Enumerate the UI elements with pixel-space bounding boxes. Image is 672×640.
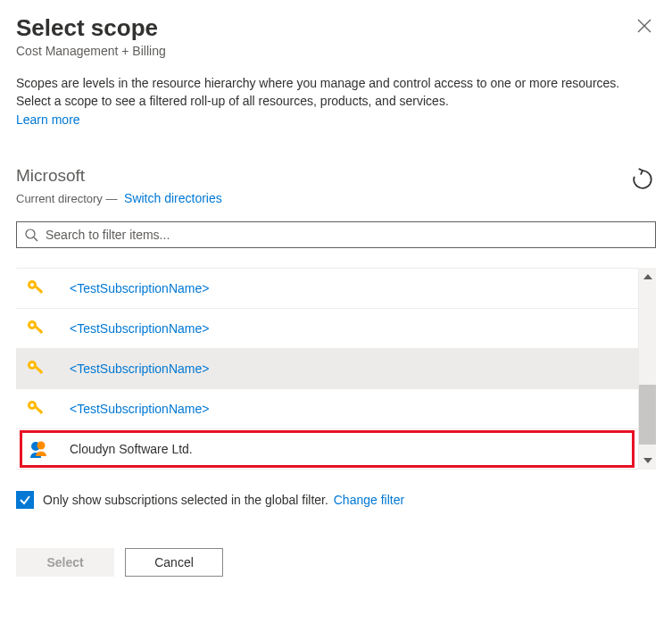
directory-name: Microsoft — [16, 166, 222, 186]
list-item[interactable]: <TestSubscriptionName> — [16, 309, 638, 349]
key-icon — [25, 398, 46, 420]
chevron-down-icon — [643, 458, 652, 463]
item-icon-slot — [25, 318, 70, 339]
key-icon — [25, 358, 46, 379]
learn-more-link[interactable]: Learn more — [16, 112, 80, 127]
key-icon — [25, 318, 46, 339]
scroll-up-button[interactable] — [639, 268, 656, 286]
svg-marker-20 — [643, 274, 652, 279]
svg-point-15 — [30, 403, 34, 407]
refresh-button[interactable] — [629, 166, 656, 195]
list-item[interactable]: Cloudyn Software Ltd. — [16, 429, 638, 470]
svg-line-1 — [34, 237, 37, 241]
checkmark-icon — [19, 494, 31, 506]
cancel-button[interactable]: Cancel — [125, 548, 223, 577]
change-filter-link[interactable]: Change filter — [334, 493, 404, 507]
chevron-up-icon — [643, 274, 652, 279]
svg-point-0 — [26, 229, 35, 238]
search-input[interactable] — [46, 228, 648, 242]
organization-icon — [25, 438, 48, 460]
search-input-container[interactable] — [16, 221, 656, 248]
list-item[interactable]: <TestSubscriptionName> — [16, 269, 638, 309]
item-label: <TestSubscriptionName> — [70, 362, 209, 376]
key-icon — [25, 278, 46, 299]
item-icon-slot — [25, 438, 70, 460]
list-item[interactable]: <TestSubscriptionName> — [16, 349, 638, 389]
panel-title: Select scope — [16, 14, 166, 42]
scrollbar-track[interactable] — [639, 286, 656, 452]
search-icon — [24, 228, 38, 242]
scrollbar[interactable] — [638, 268, 656, 470]
item-label: <TestSubscriptionName> — [70, 281, 209, 295]
scroll-down-button[interactable] — [639, 452, 656, 470]
scope-list: <TestSubscriptionName><TestSubscriptionN… — [16, 268, 638, 470]
item-label: <TestSubscriptionName> — [70, 402, 209, 416]
current-directory-label: Current directory — — [16, 192, 117, 205]
item-label: <TestSubscriptionName> — [70, 321, 209, 336]
item-icon-slot — [25, 278, 70, 299]
svg-point-7 — [30, 323, 34, 327]
item-icon-slot — [25, 398, 70, 420]
panel-subtitle: Cost Management + Billing — [16, 44, 166, 58]
list-item[interactable]: <TestSubscriptionName> — [16, 389, 638, 429]
item-label: Cloudyn Software Ltd. — [70, 442, 193, 456]
svg-point-3 — [30, 283, 34, 287]
refresh-icon — [631, 168, 654, 191]
item-icon-slot — [25, 358, 70, 379]
switch-directories-link[interactable]: Switch directories — [124, 191, 222, 205]
close-icon — [636, 18, 652, 34]
filter-label: Only show subscriptions selected in the … — [43, 493, 328, 507]
select-button[interactable]: Select — [16, 548, 114, 577]
scrollbar-thumb[interactable] — [639, 385, 656, 445]
svg-point-11 — [30, 363, 34, 367]
global-filter-checkbox[interactable] — [16, 491, 34, 509]
svg-point-19 — [37, 441, 46, 449]
svg-marker-21 — [643, 458, 652, 463]
description-text: Scopes are levels in the resource hierar… — [16, 74, 656, 111]
close-button[interactable] — [633, 14, 656, 37]
